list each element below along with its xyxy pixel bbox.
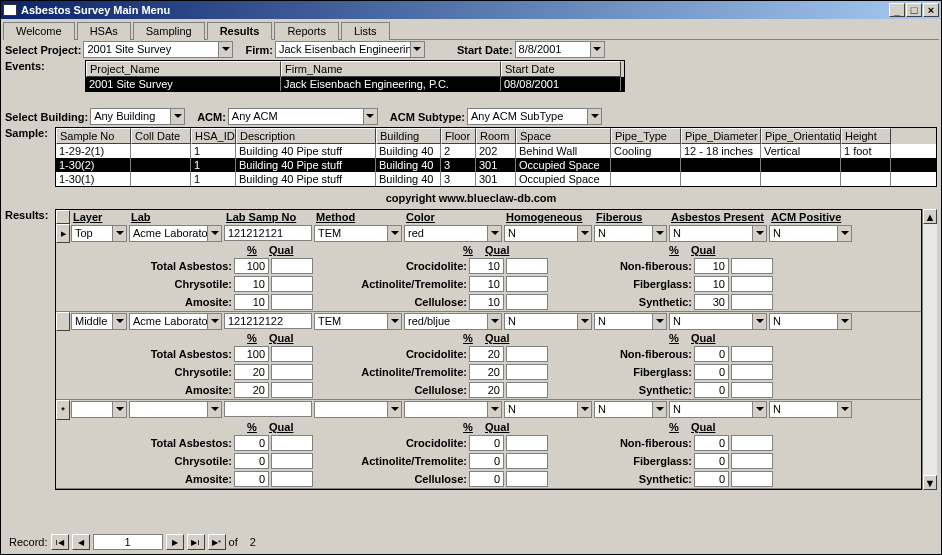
column-header[interactable]: Floor [441, 128, 476, 144]
synthetic-pct[interactable]: 0 [694, 382, 729, 398]
chrysotile-qual[interactable] [271, 364, 313, 380]
act_trem-qual[interactable] [506, 453, 548, 469]
asbestos-present-combo[interactable]: N [669, 225, 767, 242]
chrysotile-pct[interactable]: 20 [234, 364, 269, 380]
amosite-qual[interactable] [271, 382, 313, 398]
cellulose-qual[interactable] [506, 471, 548, 487]
amosite-pct[interactable]: 10 [234, 294, 269, 310]
vertical-scrollbar[interactable]: ▲ ▼ [922, 209, 937, 490]
cellulose-qual[interactable] [506, 382, 548, 398]
prev-record-button[interactable]: ◀ [72, 534, 90, 550]
asbestos-present-combo[interactable]: N [669, 401, 767, 418]
tab-hsas[interactable]: HSAs [77, 22, 131, 40]
chrysotile-qual[interactable] [271, 276, 313, 292]
non_fiberous-qual[interactable] [731, 258, 773, 274]
acm-sub-combo[interactable]: Any ACM SubType [467, 108, 602, 125]
column-header[interactable]: Sample No [56, 128, 131, 144]
homogeneous-combo[interactable]: N [504, 225, 592, 242]
results-row[interactable]: NNNN [56, 400, 921, 420]
synthetic-pct[interactable]: 30 [694, 294, 729, 310]
act_trem-qual[interactable] [506, 364, 548, 380]
non_fiberous-pct[interactable]: 0 [694, 435, 729, 451]
lab-combo[interactable]: Acme Laborator [129, 225, 222, 242]
amosite-qual[interactable] [271, 471, 313, 487]
chrysotile-pct[interactable]: 10 [234, 276, 269, 292]
method-combo[interactable]: TEM [314, 225, 402, 242]
scroll-up-icon[interactable]: ▲ [923, 209, 937, 224]
record-current[interactable]: 1 [93, 534, 163, 550]
fiberglass-pct[interactable]: 0 [694, 364, 729, 380]
column-header[interactable]: Height [841, 128, 891, 144]
amosite-pct[interactable]: 20 [234, 382, 269, 398]
tab-lists[interactable]: Lists [341, 22, 390, 40]
lab-samp-no-field[interactable]: 121212121 [224, 225, 312, 241]
lab-samp-no-field[interactable] [224, 401, 312, 417]
amosite-qual[interactable] [271, 294, 313, 310]
synthetic-pct[interactable]: 0 [694, 471, 729, 487]
layer-combo[interactable]: Top [71, 225, 127, 242]
crocidolite-qual[interactable] [506, 435, 548, 451]
column-header[interactable]: Coll Date [131, 128, 191, 144]
acm-positive-combo[interactable]: N [769, 225, 852, 242]
table-row[interactable]: 1-29-2(1)1Building 40 Pipe stuffBuilding… [56, 144, 936, 158]
total_asbestos-qual[interactable] [271, 435, 313, 451]
fiberous-combo[interactable]: N [594, 313, 667, 330]
homogeneous-combo[interactable]: N [504, 401, 592, 418]
color-combo[interactable]: red [404, 225, 502, 242]
maximize-button[interactable]: □ [906, 3, 922, 17]
synthetic-qual[interactable] [731, 294, 773, 310]
homogeneous-combo[interactable]: N [504, 313, 592, 330]
fiberglass-qual[interactable] [731, 276, 773, 292]
start-date-combo[interactable]: 8/8/2001 [515, 41, 605, 58]
project-combo[interactable]: 2001 Site Survey [83, 41, 233, 58]
cellulose-qual[interactable] [506, 294, 548, 310]
column-header[interactable]: Pipe_Diameter [681, 128, 761, 144]
acm-combo[interactable]: Any ACM [228, 108, 378, 125]
column-header[interactable]: Building [376, 128, 441, 144]
method-combo[interactable] [314, 401, 402, 418]
tab-sampling[interactable]: Sampling [133, 22, 205, 40]
crocidolite-qual[interactable] [506, 346, 548, 362]
results-grid[interactable]: LayerLabLab Samp NoMethodColorHomogeneou… [55, 209, 922, 490]
total_asbestos-qual[interactable] [271, 346, 313, 362]
layer-combo[interactable] [71, 401, 127, 418]
column-header[interactable]: Pipe_Type [611, 128, 681, 144]
scroll-down-icon[interactable]: ▼ [923, 475, 937, 490]
amosite-pct[interactable]: 0 [234, 471, 269, 487]
total_asbestos-pct[interactable]: 100 [234, 258, 269, 274]
fiberous-combo[interactable]: N [594, 401, 667, 418]
column-header[interactable]: Room [476, 128, 516, 144]
column-header[interactable]: HSA_ID [191, 128, 236, 144]
act_trem-pct[interactable]: 10 [469, 276, 504, 292]
minimize-button[interactable]: _ [889, 3, 905, 17]
fiberglass-pct[interactable]: 0 [694, 453, 729, 469]
tab-results[interactable]: Results [207, 22, 273, 40]
synthetic-qual[interactable] [731, 471, 773, 487]
chrysotile-pct[interactable]: 0 [234, 453, 269, 469]
fiberglass-qual[interactable] [731, 364, 773, 380]
building-combo[interactable]: Any Building [90, 108, 185, 125]
column-header[interactable]: Pipe_Orientatio [761, 128, 841, 144]
crocidolite-pct[interactable]: 10 [469, 258, 504, 274]
firm-combo[interactable]: Jack Eisenbach Engineerin [275, 41, 425, 58]
acm-positive-combo[interactable]: N [769, 313, 852, 330]
results-row[interactable]: MiddleAcme Laborator121212122TEMred/blju… [56, 312, 921, 331]
lab-combo[interactable] [129, 401, 222, 418]
fiberous-combo[interactable]: N [594, 225, 667, 242]
non_fiberous-pct[interactable]: 10 [694, 258, 729, 274]
column-header[interactable]: Space [516, 128, 611, 144]
act_trem-qual[interactable] [506, 276, 548, 292]
acm-positive-combo[interactable]: N [769, 401, 852, 418]
chrysotile-qual[interactable] [271, 453, 313, 469]
synthetic-qual[interactable] [731, 382, 773, 398]
next-record-button[interactable]: ▶ [166, 534, 184, 550]
act_trem-pct[interactable]: 0 [469, 453, 504, 469]
sample-grid[interactable]: Sample NoColl DateHSA_IDDescriptionBuild… [55, 127, 937, 187]
color-combo[interactable] [404, 401, 502, 418]
column-header[interactable]: Start Date [501, 61, 621, 77]
column-header[interactable]: Project_Name [86, 61, 281, 77]
tab-welcome[interactable]: Welcome [3, 22, 75, 40]
asbestos-present-combo[interactable]: N [669, 313, 767, 330]
lab-samp-no-field[interactable]: 121212122 [224, 313, 312, 329]
column-header[interactable]: Firm_Name [281, 61, 501, 77]
